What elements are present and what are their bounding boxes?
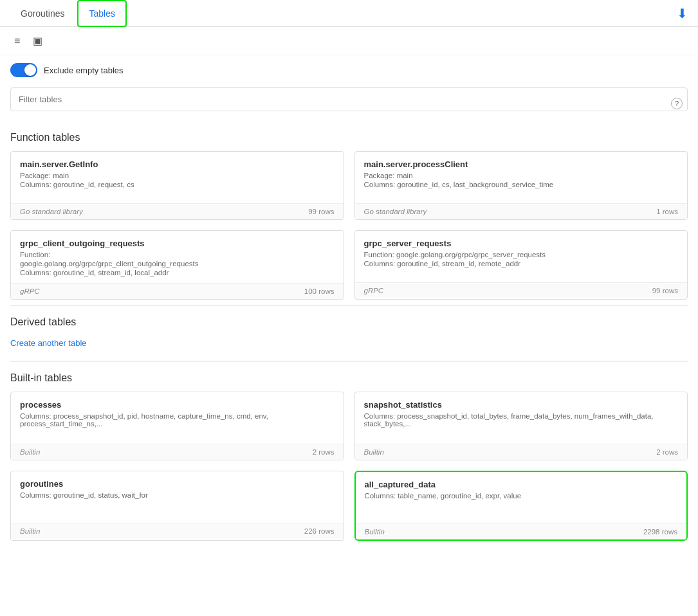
card-columns: Columns: goroutine_id, stream_id, local_… <box>20 269 335 276</box>
toggle-label: Exclude empty tables <box>44 66 124 75</box>
card-footer: gRPC 99 rows <box>355 282 688 298</box>
card-body: main.server.processClient Package: main … <box>355 152 688 203</box>
card-title: main.server.GetInfo <box>20 159 335 169</box>
card-library: Go standard library <box>364 208 427 215</box>
card-package: Function: <box>20 251 335 258</box>
card-rows: 99 rows <box>652 287 678 294</box>
help-icon[interactable]: ? <box>671 98 683 109</box>
card-footer: gRPC 100 rows <box>11 283 344 299</box>
card-library: Builtin <box>364 448 384 456</box>
card-package2: google.golang.org/grpc/grpc_client_outgo… <box>20 260 335 267</box>
card-footer: Builtin 2 rows <box>11 444 344 460</box>
tab-tables[interactable]: Tables <box>77 0 126 27</box>
card-rows: 226 rows <box>304 527 335 535</box>
card-columns: Columns: goroutine_id, status, wait_for <box>20 491 335 499</box>
nav-tabs: Goroutines Tables <box>10 0 127 27</box>
card-columns: Columns: process_snapshot_id, pid, hostn… <box>20 412 335 428</box>
function-tables-grid: main.server.GetInfo Package: main Column… <box>10 151 688 300</box>
top-nav: Goroutines Tables ⬇ <box>0 0 698 27</box>
card-body: goroutines Columns: goroutine_id, status… <box>11 471 344 523</box>
card-library: Builtin <box>20 527 40 535</box>
card-title: goroutines <box>20 479 335 489</box>
card-package: Package: main <box>20 172 335 179</box>
card-footer: Builtin 2 rows <box>355 444 688 460</box>
card-rows: 2 rows <box>656 448 678 456</box>
card-title: processes <box>20 400 335 410</box>
card-body: grpc_server_requests Function: google.go… <box>355 231 688 282</box>
card-title: snapshot_statistics <box>364 400 679 410</box>
card-columns: Columns: goroutine_id, cs, last_backgrou… <box>364 181 679 188</box>
builtin-tables-grid: processes Columns: process_snapshot_id, … <box>10 392 688 541</box>
card-body: processes Columns: process_snapshot_id, … <box>11 392 344 444</box>
card-rows: 99 rows <box>308 208 334 215</box>
card-library: Builtin <box>20 448 40 456</box>
table-card-goroutines[interactable]: goroutines Columns: goroutine_id, status… <box>10 471 344 541</box>
builtin-tables-heading: Built-in tables <box>10 361 688 392</box>
card-body: all_captured_data Columns: table_name, g… <box>356 472 687 523</box>
card-rows: 2 rows <box>313 448 335 456</box>
card-footer: Builtin 2298 rows <box>356 523 687 539</box>
card-title: main.server.processClient <box>364 159 679 169</box>
card-package: Function: google.golang.org/grpc/grpc_se… <box>364 251 679 258</box>
table-card-processes[interactable]: processes Columns: process_snapshot_id, … <box>10 392 344 460</box>
list-view-button[interactable]: ≡ <box>10 33 24 50</box>
exclude-empty-toggle[interactable] <box>10 63 37 77</box>
card-library: Go standard library <box>20 208 83 215</box>
card-body: snapshot_statistics Columns: process_sna… <box>355 392 688 444</box>
card-library: Builtin <box>365 528 385 536</box>
create-another-table-link[interactable]: Create another table <box>10 338 87 348</box>
card-columns: Columns: table_name, goroutine_id, expr,… <box>365 492 678 500</box>
table-card-all-captured-data[interactable]: all_captured_data Columns: table_name, g… <box>354 471 688 541</box>
card-columns: Columns: goroutine_id, request, cs <box>20 181 335 188</box>
card-rows: 1 rows <box>656 208 678 215</box>
card-body: main.server.GetInfo Package: main Column… <box>11 152 344 203</box>
card-columns: Columns: process_snapshot_id, total_byte… <box>364 412 679 428</box>
download-icon[interactable]: ⬇ <box>677 6 688 21</box>
card-view-button[interactable]: ▣ <box>29 32 46 50</box>
filter-input[interactable] <box>10 87 688 111</box>
derived-tables-heading: Derived tables <box>10 305 688 336</box>
tab-goroutines[interactable]: Goroutines <box>10 0 75 27</box>
main-content: Function tables main.server.GetInfo Pack… <box>0 122 698 559</box>
card-title: all_captured_data <box>365 480 678 489</box>
card-title: grpc_client_outgoing_requests <box>20 239 335 248</box>
card-footer: Go standard library 99 rows <box>11 203 344 219</box>
table-card-processclient[interactable]: main.server.processClient Package: main … <box>354 151 688 220</box>
card-rows: 2298 rows <box>643 528 677 536</box>
table-card-grpc-server[interactable]: grpc_server_requests Function: google.go… <box>354 230 688 300</box>
table-card-grpc-client[interactable]: grpc_client_outgoing_requests Function: … <box>10 230 344 300</box>
card-rows: 100 rows <box>304 287 335 295</box>
function-tables-heading: Function tables <box>10 122 688 151</box>
card-columns: Columns: goroutine_id, stream_id, remote… <box>364 260 679 267</box>
card-footer: Builtin 226 rows <box>11 523 344 539</box>
toolbar: ≡ ▣ <box>0 27 698 55</box>
card-library: gRPC <box>20 287 40 295</box>
card-body: grpc_client_outgoing_requests Function: … <box>11 231 344 283</box>
table-card-getinfo[interactable]: main.server.GetInfo Package: main Column… <box>10 151 344 220</box>
table-card-snapshot-statistics[interactable]: snapshot_statistics Columns: process_sna… <box>354 392 688 460</box>
card-library: gRPC <box>364 287 384 294</box>
card-footer: Go standard library 1 rows <box>355 203 688 219</box>
toggle-section: Exclude empty tables <box>0 55 698 85</box>
card-package: Package: main <box>364 172 679 179</box>
card-title: grpc_server_requests <box>364 239 679 248</box>
filter-section: ? <box>0 85 698 122</box>
